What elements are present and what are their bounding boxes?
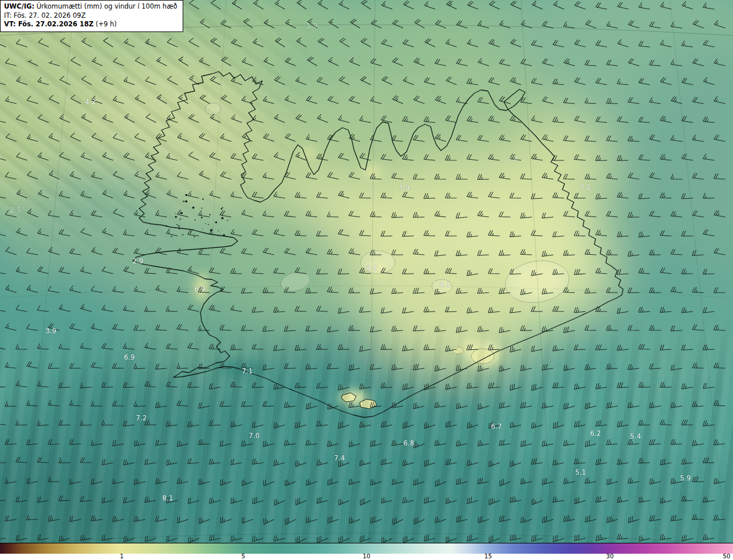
colorbar: 1510153050 [0, 543, 733, 560]
colorbar-tick: 15 [484, 553, 492, 559]
colorbar-ticks: 1510153050 [0, 554, 733, 560]
product-title-line: UWC/IG: Úrkomumætti (mm) og vindur í 100… [4, 2, 178, 11]
valid-time-line: VT: Fös. 27.02.2026 18Z (+9 h) [4, 20, 178, 29]
product-title: Úrkomumætti (mm) og vindur í 100m hæð [37, 2, 178, 10]
map-title-box: UWC/IG: Úrkomumætti (mm) og vindur í 100… [0, 0, 183, 32]
valid-time: VT: Fös. 27.02.2026 18Z [4, 20, 93, 28]
init-time-line: IT: Fös. 27. 02. 2026 09Z [4, 11, 178, 21]
colorbar-tick: 50 [723, 553, 730, 559]
wind-barbs-layer [0, 0, 733, 543]
colorbar-tick: 10 [362, 553, 370, 559]
valid-time-offset: (+9 h) [96, 20, 117, 28]
colorbar-tick: 5 [242, 553, 246, 559]
product-code: UWC/IG: [4, 2, 34, 10]
wind-barbs [0, 0, 725, 543]
map-canvas: 4.21.92.83.93.22.52.94.24.16.93.96.97.17… [0, 0, 733, 543]
colorbar-tick: 1 [120, 553, 124, 559]
colorbar-tick: 30 [606, 553, 613, 559]
weather-map-page: 4.21.92.83.93.22.52.94.24.16.93.96.97.17… [0, 0, 733, 560]
